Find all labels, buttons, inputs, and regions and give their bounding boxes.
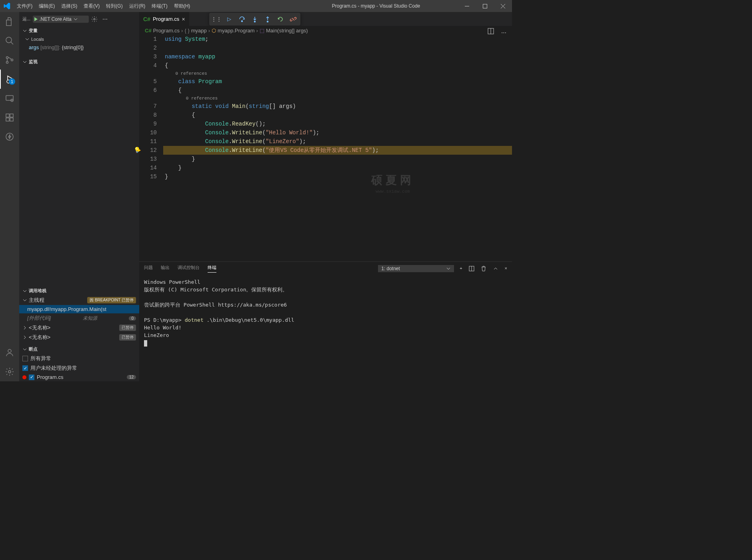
remote-icon[interactable] (0, 89, 19, 108)
debug-config-selector[interactable]: .NET Core Atta (33, 16, 89, 23)
variable-item[interactable]: args [string[]]: {string[0]} (25, 43, 139, 52)
chevron-right-icon (22, 325, 27, 330)
run-debug-icon[interactable]: 1 (0, 70, 19, 89)
svg-point-13 (6, 133, 13, 140)
breakpoint-dot-icon (22, 375, 26, 379)
svg-rect-10 (10, 114, 13, 117)
svg-rect-1 (483, 4, 487, 8)
step-into-icon[interactable] (250, 14, 260, 24)
chevron-down-icon (25, 37, 30, 42)
breakpoint-item[interactable]: ✓用户未经处理的异常 (19, 363, 139, 373)
menu-go[interactable]: 转到(G) (103, 0, 126, 12)
svg-point-14 (8, 349, 11, 353)
split-editor-icon[interactable] (488, 28, 494, 34)
terminal-selector[interactable]: 1: dotnet (378, 265, 454, 272)
minimize-button[interactable] (458, 0, 476, 12)
tab-close-icon[interactable]: × (182, 16, 185, 22)
trash-icon[interactable] (481, 266, 486, 271)
lightning-icon[interactable] (0, 127, 19, 146)
disconnect-icon[interactable] (288, 14, 298, 24)
new-terminal-icon[interactable]: + (460, 266, 462, 271)
step-over-icon[interactable] (237, 14, 247, 24)
search-icon[interactable] (0, 31, 19, 50)
locals-header[interactable]: Locals (25, 35, 139, 43)
callstack-frame[interactable]: myapp.dll!myapp.Program.Main(st (19, 305, 139, 313)
source-control-icon[interactable] (0, 50, 19, 70)
breakpoint-item[interactable]: ✓Program.cs12 (19, 373, 139, 381)
svg-point-19 (267, 21, 268, 22)
split-terminal-icon[interactable] (469, 266, 474, 271)
tab-label: Program.cs (153, 16, 179, 22)
window-title: Program.cs - myapp - Visual Studio Code (332, 3, 420, 9)
watch-section-header[interactable]: 监视 (19, 57, 139, 66)
explorer-icon[interactable] (0, 12, 19, 31)
chevron-up-icon[interactable] (493, 266, 498, 271)
callstack-frame[interactable]: <无名称> 已暂停 (19, 323, 139, 333)
menu-help[interactable]: 帮助(H) (171, 0, 194, 12)
svg-rect-0 (465, 6, 469, 6)
svg-point-16 (94, 18, 95, 20)
chevron-down-icon (22, 60, 27, 64)
menu-terminal[interactable]: 终端(T) (148, 0, 170, 12)
more-icon[interactable]: ⋯ (100, 16, 110, 22)
menu-file[interactable]: 文件(F) (14, 0, 36, 12)
vscode-logo-icon (3, 2, 10, 10)
close-panel-icon[interactable]: × (505, 266, 507, 271)
checkbox[interactable]: ✓ (22, 365, 28, 371)
chevron-down-icon (22, 289, 27, 293)
svg-rect-7 (6, 96, 13, 100)
settings-icon[interactable] (0, 362, 19, 381)
svg-point-3 (6, 57, 8, 59)
sidebar: 运... .NET Core Atta ⋯ 变量 Locals args [st… (19, 12, 139, 381)
svg-point-17 (241, 20, 242, 22)
panel-tab-terminal[interactable]: 终端 (208, 265, 216, 273)
extensions-icon[interactable] (0, 108, 19, 127)
menu-edit[interactable]: 编辑(E) (36, 0, 58, 12)
debug-toolbar: ⋮⋮ ▷ (209, 13, 300, 26)
close-button[interactable] (494, 0, 512, 12)
debug-badge: 1 (9, 78, 15, 85)
svg-point-4 (6, 62, 8, 64)
svg-point-15 (8, 371, 11, 373)
breakpoints-section-header[interactable]: 断点 (19, 345, 139, 354)
panel-tab-problems[interactable]: 问题 (144, 265, 153, 272)
code-editor[interactable]: 123456789101112131415 using System;names… (139, 35, 512, 261)
lightbulb-icon[interactable]: 💡 (134, 146, 140, 155)
chevron-down-icon (22, 298, 27, 303)
drag-handle-icon[interactable]: ⋮⋮ (212, 14, 221, 24)
chevron-right-icon (22, 335, 27, 340)
menu-run[interactable]: 运行(R) (126, 0, 149, 12)
panel-tab-debug-console[interactable]: 调试控制台 (178, 265, 200, 272)
menu-view[interactable]: 查看(V) (80, 0, 103, 12)
chevron-down-icon (22, 347, 27, 352)
svg-point-18 (254, 21, 255, 22)
chevron-down-icon (22, 28, 27, 33)
breakpoint-item[interactable]: 所有异常 (19, 354, 139, 363)
menu-selection[interactable]: 选择(S) (58, 0, 80, 12)
callstack-frame[interactable]: <无名称> 已暂停 (19, 333, 139, 342)
svg-rect-12 (10, 118, 13, 121)
restart-icon[interactable] (276, 14, 285, 24)
chevron-down-icon (446, 266, 451, 271)
play-icon (34, 17, 38, 21)
callstack-frame[interactable]: [外部代码] 未知源 0 (19, 313, 139, 323)
callstack-section-header[interactable]: 调用堆栈 (19, 286, 139, 295)
account-icon[interactable] (0, 343, 19, 362)
continue-icon[interactable]: ▷ (224, 14, 234, 24)
step-out-icon[interactable] (263, 14, 272, 24)
editor-tab[interactable]: C# Program.cs × (139, 12, 189, 26)
maximize-button[interactable] (476, 0, 494, 12)
gear-icon[interactable] (91, 16, 98, 22)
checkbox[interactable] (22, 356, 28, 361)
variables-section-header[interactable]: 变量 (19, 26, 139, 35)
checkbox[interactable]: ✓ (29, 375, 34, 380)
titlebar: 文件(F) 编辑(E) 选择(S) 查看(V) 转到(G) 运行(R) 终端(T… (0, 0, 512, 12)
callstack-thread[interactable]: 主线程 因 BREAKPOINT 已暂停 (19, 295, 139, 305)
svg-point-2 (6, 37, 12, 43)
breadcrumbs[interactable]: C# Program.cs› { }myapp› ⬡myapp.Program›… (139, 26, 512, 35)
terminal-content[interactable]: Windows PowerShell 版权所有 (C) Microsoft Co… (139, 275, 512, 381)
activity-bar: 1 (0, 12, 19, 381)
panel-tab-output[interactable]: 输出 (161, 265, 170, 272)
svg-rect-11 (6, 118, 9, 121)
menu-bar: 文件(F) 编辑(E) 选择(S) 查看(V) 转到(G) 运行(R) 终端(T… (14, 0, 193, 12)
